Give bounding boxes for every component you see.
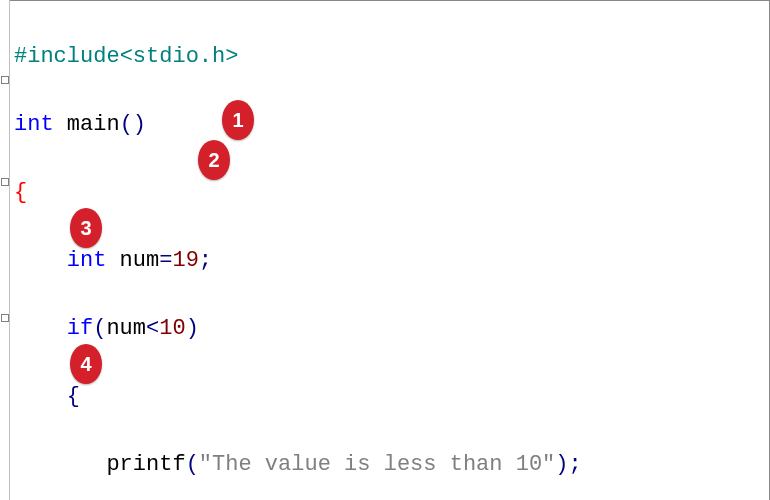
badge-label: 2 [208, 149, 219, 172]
editor-top-border [0, 0, 770, 1]
parens: () [120, 112, 146, 137]
code-line: int num=19; [14, 244, 621, 278]
code-line: printf("The value is less than 10"); [14, 448, 621, 482]
header-name: <stdio.h> [120, 44, 239, 69]
code-line: if(num<10) [14, 312, 621, 346]
paren-open: ( [186, 452, 199, 477]
ident-num: num [106, 248, 159, 273]
paren-open: ( [93, 316, 106, 341]
brace-open: { [14, 180, 27, 205]
keyword-int: int [67, 248, 107, 273]
fold-marker-icon [1, 178, 9, 186]
annotation-badge-4: 4 [70, 344, 102, 384]
annotation-badge-3: 3 [70, 208, 102, 248]
keyword-if: if [67, 316, 93, 341]
ident-main: main [54, 112, 120, 137]
brace-open: { [67, 384, 80, 409]
annotation-badge-2: 2 [198, 140, 230, 180]
op-eq: = [159, 248, 172, 273]
annotation-badge-1: 1 [222, 100, 254, 140]
fold-marker-icon [1, 314, 9, 322]
paren-close: ) [555, 452, 568, 477]
code-line: { [14, 380, 621, 414]
code-line: { [14, 176, 621, 210]
paren-close: ) [186, 316, 199, 341]
literal-19: 19 [172, 248, 198, 273]
code-line: int main() [14, 108, 621, 142]
code-line: #include<stdio.h> [14, 40, 621, 74]
string-less: "The value is less than 10" [199, 452, 555, 477]
semicolon: ; [199, 248, 212, 273]
gutter [0, 0, 10, 500]
semicolon: ; [569, 452, 582, 477]
literal-10: 10 [159, 316, 185, 341]
badge-label: 4 [80, 353, 91, 376]
badge-label: 1 [232, 109, 243, 132]
preprocessor: #include [14, 44, 120, 69]
keyword-int: int [14, 112, 54, 137]
badge-label: 3 [80, 217, 91, 240]
code-area[interactable]: #include<stdio.h> int main() { int num=1… [14, 6, 621, 500]
ident-num: num [106, 316, 146, 341]
ident-printf: printf [106, 452, 185, 477]
op-lt: < [146, 316, 159, 341]
fold-marker-icon [1, 76, 9, 84]
